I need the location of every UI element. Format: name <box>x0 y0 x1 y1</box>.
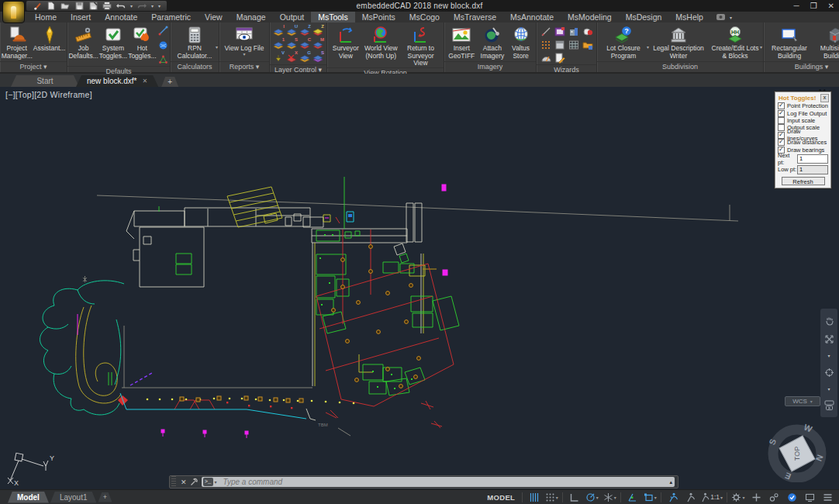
layer-control-icon[interactable]: Z <box>299 26 311 38</box>
tab-msannotate[interactable]: MsAnnotate <box>503 12 561 22</box>
isolate-objects-icon[interactable] <box>765 490 782 504</box>
layout1-tab[interactable]: Layout1 <box>50 492 97 503</box>
tab-msdesign[interactable]: MsDesign <box>619 12 669 22</box>
lot-closure-button[interactable]: ? Lot Closure Program ▾ <box>599 24 647 60</box>
viewport-controls[interactable]: [−][Top][2D Wireframe] <box>5 90 92 99</box>
create-edit-caret-icon[interactable]: ▾ <box>760 44 762 52</box>
express-tools-icon[interactable]: ▾ <box>716 14 732 20</box>
command-customize-icon[interactable] <box>190 478 199 486</box>
attach-imagery-button[interactable]: Attach Imagery <box>478 24 508 60</box>
command-close-icon[interactable]: ✕ <box>178 478 190 486</box>
file-tab-close-icon[interactable]: ✕ <box>142 75 147 87</box>
workspace-gear-icon[interactable]: ▾ <box>730 490 747 504</box>
surveyor-view-button[interactable]: Surveyor View <box>330 24 362 60</box>
layer-control-icon[interactable]: U <box>285 26 298 38</box>
tab-mspoints[interactable]: MsPoints <box>355 12 402 22</box>
panel-icon[interactable] <box>553 39 566 51</box>
application-menu-button[interactable] <box>2 1 25 23</box>
orbit-caret-icon[interactable]: ▾ <box>827 386 830 392</box>
restore-icon[interactable]: ❐ <box>810 2 817 10</box>
customize-icon[interactable] <box>819 490 836 504</box>
palette-close-icon[interactable]: x <box>820 94 829 102</box>
tab-parametric[interactable]: Parametric <box>144 12 198 22</box>
return-surveyor-view-button[interactable]: Return to Surveyor View <box>400 24 441 67</box>
zoom-caret-icon[interactable]: ▾ <box>827 353 830 358</box>
hardware-accel-icon[interactable] <box>783 490 800 504</box>
world-view-button[interactable]: World View (North Up) <box>363 24 399 60</box>
point-grid-icon[interactable] <box>539 39 552 51</box>
isodraft-icon[interactable]: ▾ <box>601 490 618 504</box>
new-drawing-tab-button[interactable]: + <box>161 77 178 87</box>
purple-window-icon[interactable] <box>553 26 566 38</box>
annotation-scale-icon[interactable]: 1:1▾ <box>699 490 724 504</box>
command-line[interactable]: ✕ >_ ▾ ▴ <box>169 475 678 488</box>
osnap-icon[interactable]: ▾ <box>641 490 658 504</box>
layer-control-icon[interactable]: C <box>299 39 311 51</box>
toggle-log-file-output[interactable]: Log File Output <box>775 109 830 116</box>
tab-insert[interactable]: Insert <box>64 12 98 22</box>
layer-control-icon[interactable]: M <box>312 39 324 51</box>
file-tab-active[interactable]: new block.dxf* ✕ <box>76 75 158 87</box>
sketch-line-icon[interactable] <box>539 26 552 38</box>
checkbox[interactable] <box>778 147 785 154</box>
minimize-icon[interactable]: ─ <box>794 2 799 10</box>
valtus-store-button[interactable]: Valtus Store <box>508 24 533 60</box>
layer-control-icon[interactable]: Z <box>312 26 324 38</box>
tab-annotate[interactable]: Annotate <box>98 12 144 22</box>
view-log-file-button[interactable]: View Log File ▾ <box>222 24 267 57</box>
showmotion-icon[interactable] <box>824 400 834 410</box>
new-layout-button[interactable]: + <box>98 492 112 502</box>
pan-icon[interactable] <box>824 316 834 326</box>
project-manager-button[interactable]: Project Manager... <box>2 24 33 60</box>
rpn-calculator-button[interactable]: RPN Calculator... ▾ <box>173 24 216 60</box>
system-toggles-button[interactable]: System Toggles... <box>99 24 127 60</box>
red-marker-icon[interactable] <box>581 26 594 38</box>
measure-line-icon[interactable] <box>158 26 168 36</box>
layer-control-icon[interactable]: S <box>285 39 298 51</box>
insert-geotiff-button[interactable]: Insert GeoTIFF <box>447 24 477 60</box>
osnap-tracking-icon[interactable] <box>623 490 640 504</box>
blue-building-icon[interactable] <box>567 26 580 38</box>
rpn-dropdown-caret-icon[interactable]: ▾ <box>216 44 218 52</box>
multisided-building-button[interactable]: Multisided Building <box>813 24 839 60</box>
legal-description-button[interactable]: Legal Description Writer <box>648 24 709 60</box>
layer-control-icon[interactable]: G <box>299 52 311 64</box>
command-grip-handle[interactable] <box>171 476 176 488</box>
polar-tracking-icon[interactable]: ▾ <box>583 490 600 504</box>
tab-view[interactable]: View <box>198 12 230 22</box>
panel-label-imagery[interactable]: Imagery <box>444 61 536 72</box>
annotation-visibility-icon[interactable] <box>664 490 681 504</box>
hot-toggles-button[interactable]: Hot Toggles... <box>128 24 156 60</box>
tab-home[interactable]: Home <box>28 12 64 22</box>
doc-edit-icon[interactable] <box>553 52 566 64</box>
checkbox[interactable] <box>778 117 785 124</box>
panel-label-project[interactable]: Project ▾ <box>0 61 67 72</box>
model-space-button[interactable]: MODEL <box>482 493 520 502</box>
tab-msmodeling[interactable]: MsModeling <box>561 12 619 22</box>
layer-control-icon[interactable]: I <box>272 26 285 38</box>
command-input[interactable] <box>222 477 670 487</box>
cell-grid-icon[interactable] <box>567 39 580 51</box>
low-pt-input[interactable] <box>797 165 828 174</box>
panel-label-calculators[interactable]: Calculators <box>171 61 219 72</box>
panel-label-subdivision[interactable]: Subdivision <box>597 61 763 72</box>
command-recent-caret-icon[interactable]: ▾ <box>215 479 217 485</box>
clean-screen-icon[interactable] <box>801 490 818 504</box>
orbit-icon[interactable] <box>824 368 834 378</box>
panel-label-buildings[interactable]: Buildings ▾ <box>764 61 839 72</box>
tab-mshelp[interactable]: MsHelp <box>668 12 710 22</box>
checkbox[interactable] <box>778 110 785 117</box>
panel-label-reports[interactable]: Reports ▾ <box>219 61 269 72</box>
tab-mstraverse[interactable]: MsTraverse <box>447 12 503 22</box>
ortho-icon[interactable] <box>565 490 582 504</box>
file-tab-start[interactable]: Start <box>11 75 79 87</box>
viewcube[interactable]: W N E S TOP <box>766 420 828 482</box>
zoom-icon[interactable] <box>824 334 834 344</box>
grid-lines-icon[interactable] <box>525 490 542 504</box>
layer-control-icon[interactable]: V <box>272 52 285 64</box>
wcs-selector[interactable]: WCS▾ <box>785 396 820 406</box>
toggle-input-scale[interactable]: Input scale <box>775 117 830 124</box>
drawing-canvas[interactable]: TBM <box>0 87 839 489</box>
tab-output[interactable]: Output <box>273 12 312 22</box>
layer-control-icon[interactable]: S <box>312 52 324 64</box>
